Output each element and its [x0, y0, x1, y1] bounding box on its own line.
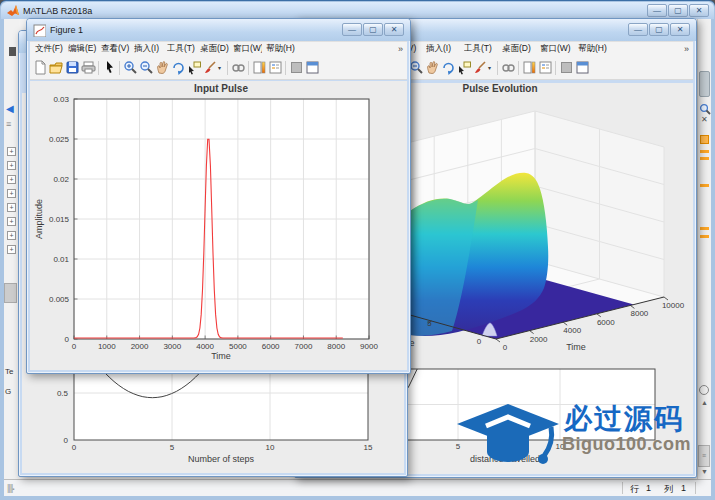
- close-button[interactable]: ✕: [689, 4, 709, 17]
- link-plot-icon[interactable]: [230, 60, 246, 76]
- insert-colorbar-icon[interactable]: [251, 60, 267, 76]
- menu-help[interactable]: 帮助(H): [578, 43, 611, 55]
- code-fold-icon[interactable]: +: [7, 203, 16, 212]
- dock-figure-icon[interactable]: [574, 60, 590, 76]
- main-titlebar[interactable]: MATLAB R2018a — ▢ ✕: [1, 2, 714, 19]
- pan-hand-icon[interactable]: [154, 60, 170, 76]
- insert-legend-icon[interactable]: [267, 60, 283, 76]
- right-scrollbar-thumb[interactable]: [699, 71, 710, 97]
- data-cursor-icon[interactable]: [186, 60, 202, 76]
- svg-text:Amplitude: Amplitude: [34, 199, 44, 239]
- resize-grip[interactable]: ||||▪: [7, 483, 14, 493]
- code-fold-icon[interactable]: +: [7, 161, 16, 170]
- scroll-options-icon[interactable]: [699, 385, 709, 395]
- figure1-window[interactable]: Figure 1 — ▢ ✕ 文件(F) 编辑(E) 查看(V) 插入(I) 工…: [26, 18, 411, 374]
- menu-insert[interactable]: 插入(I): [426, 43, 459, 55]
- menu-overflow-icon[interactable]: »: [398, 44, 403, 54]
- list-icon: ≡: [6, 119, 11, 129]
- editor-left-strip: ◀ ≡ + + + + + + + + Te G: [4, 19, 19, 479]
- menu-tools[interactable]: 工具(T): [167, 43, 196, 55]
- code-fold-icon[interactable]: +: [7, 175, 16, 184]
- svg-text:15: 15: [364, 443, 373, 452]
- zoom-in-icon[interactable]: [122, 60, 138, 76]
- brush-dropdown-icon[interactable]: ▾: [218, 64, 225, 71]
- brush-icon[interactable]: [202, 60, 218, 76]
- menu-insert[interactable]: 插入(I): [134, 43, 163, 55]
- menu-desktop[interactable]: 桌面(D): [200, 43, 229, 55]
- figure1-title: Figure 1: [50, 25, 83, 35]
- menu-file[interactable]: 文件(F): [35, 43, 64, 55]
- status-bar: ||||▪ 行 1 列 1: [4, 479, 711, 496]
- code-fold-icon[interactable]: +: [7, 245, 16, 254]
- data-cursor-icon[interactable]: [456, 60, 472, 76]
- figure1-menubar: 文件(F) 编辑(E) 查看(V) 插入(I) 工具(T) 桌面(D) 窗口(W…: [30, 41, 407, 56]
- warning-marker[interactable]: [700, 227, 709, 230]
- figure1-controls: — ▢ ✕: [342, 23, 404, 36]
- link-plot-icon[interactable]: [500, 60, 516, 76]
- svg-text:Time: Time: [211, 351, 231, 361]
- menu-tools[interactable]: 工具(T): [464, 43, 497, 55]
- brush-dropdown-icon[interactable]: ▾: [488, 64, 495, 71]
- insert-colorbar-icon[interactable]: [521, 60, 537, 76]
- warning-marker[interactable]: [700, 184, 709, 187]
- save-figure-icon[interactable]: [64, 60, 80, 76]
- search-icon[interactable]: [699, 103, 711, 115]
- svg-text:0: 0: [477, 337, 482, 346]
- warning-marker[interactable]: [700, 150, 709, 153]
- svg-text:0.005: 0.005: [49, 295, 70, 304]
- rotate-3d-icon[interactable]: [170, 60, 186, 76]
- svg-text:Number of steps: Number of steps: [188, 454, 255, 464]
- maximize-button[interactable]: ▢: [363, 23, 383, 36]
- close-button[interactable]: ✕: [670, 23, 690, 36]
- menu-window[interactable]: 窗口(W): [540, 43, 573, 55]
- close-button[interactable]: ✕: [384, 23, 404, 36]
- svg-text:5: 5: [427, 319, 432, 328]
- code-fold-icon[interactable]: +: [7, 147, 16, 156]
- hide-plot-tools-icon[interactable]: [288, 60, 304, 76]
- menu-help[interactable]: 帮助(H): [266, 43, 295, 55]
- svg-text:Time: Time: [566, 342, 586, 352]
- brush-icon[interactable]: [472, 60, 488, 76]
- scroll-down-icon[interactable]: ▼: [701, 468, 708, 475]
- svg-text:10000: 10000: [662, 301, 685, 310]
- minimize-button[interactable]: —: [342, 23, 362, 36]
- left-scrollbar-thumb[interactable]: [4, 283, 17, 303]
- rotate-3d-icon[interactable]: [440, 60, 456, 76]
- input-pulse-chart: 010002000300040005000600070008000900000.…: [30, 81, 407, 370]
- menu-window[interactable]: 窗口(W): [233, 43, 262, 55]
- message-indicator[interactable]: [700, 135, 709, 144]
- warning-marker[interactable]: [700, 235, 709, 238]
- row-label: 行: [630, 483, 639, 496]
- code-fold-icon[interactable]: +: [7, 189, 16, 198]
- svg-text:0.025: 0.025: [49, 135, 70, 144]
- matlab-main-window: MATLAB R2018a — ▢ ✕ ◀ ≡ + + + + + + + + …: [0, 0, 715, 500]
- maximize-button[interactable]: ▢: [649, 23, 669, 36]
- svg-text:7000: 7000: [295, 342, 313, 351]
- zoom-out-icon[interactable]: [138, 60, 154, 76]
- svg-text:6000: 6000: [262, 342, 280, 351]
- menu-edit[interactable]: 编辑(E): [68, 43, 97, 55]
- back-arrow-icon[interactable]: ◀: [6, 103, 14, 114]
- svg-text:Input Pulse: Input Pulse: [194, 83, 248, 94]
- svg-text:0: 0: [65, 335, 70, 344]
- menu-view[interactable]: 查看(V): [101, 43, 130, 55]
- pan-hand-icon[interactable]: [424, 60, 440, 76]
- open-file-icon[interactable]: [48, 60, 64, 76]
- close-icon[interactable]: ✕: [701, 115, 708, 124]
- pointer-icon[interactable]: [101, 60, 117, 76]
- insert-legend-icon[interactable]: [537, 60, 553, 76]
- code-fold-icon[interactable]: +: [7, 231, 16, 240]
- code-fold-icon[interactable]: +: [7, 217, 16, 226]
- warning-marker[interactable]: [700, 157, 709, 160]
- minimize-button[interactable]: —: [628, 23, 648, 36]
- minimize-button[interactable]: —: [647, 4, 667, 17]
- menu-overflow-icon[interactable]: »: [684, 44, 689, 54]
- figure1-titlebar[interactable]: Figure 1 — ▢ ✕: [27, 19, 410, 41]
- hide-plot-tools-icon[interactable]: [558, 60, 574, 76]
- menu-desktop[interactable]: 桌面(D): [502, 43, 535, 55]
- maximize-button[interactable]: ▢: [668, 4, 688, 17]
- svg-text:0.03: 0.03: [53, 95, 69, 104]
- new-figure-icon[interactable]: [32, 60, 48, 76]
- print-figure-icon[interactable]: [80, 60, 96, 76]
- dock-figure-icon[interactable]: [304, 60, 320, 76]
